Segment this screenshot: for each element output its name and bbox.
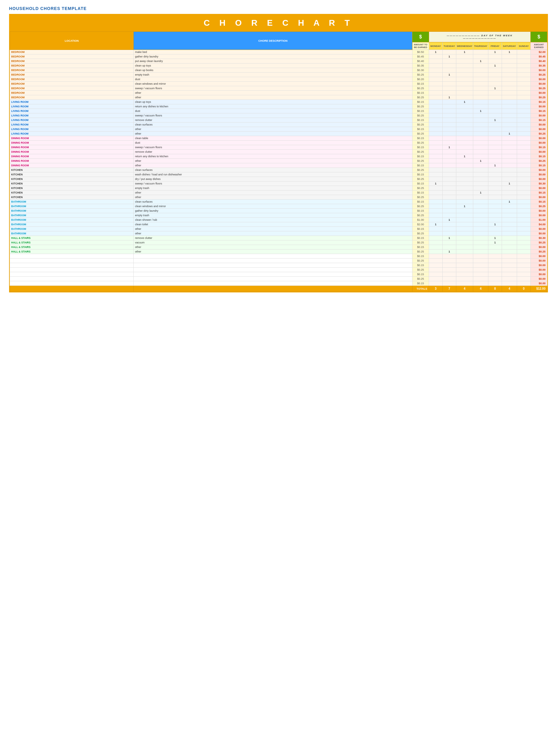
amount-cell: $0.25 — [412, 113, 429, 118]
earned-cell: $0.00 — [531, 259, 547, 263]
earned-cell: $0.25 — [531, 204, 547, 209]
day-cell-tue — [442, 263, 456, 268]
chore-cell: other — [134, 245, 412, 250]
day-cell-tue — [442, 77, 456, 82]
day-cell-mon — [429, 213, 442, 218]
chore-cell: empty trash — [134, 72, 412, 77]
day-cell-tue — [442, 91, 456, 95]
day-cell-fri: 1 — [488, 222, 502, 227]
day-cell-wed — [456, 91, 473, 95]
table-row: LIVING ROOMsweep / vacuum floors$0.25$0.… — [10, 113, 547, 118]
chore-cell: return any dishes to kitchen — [134, 154, 412, 159]
day-cell-fri — [488, 186, 502, 191]
day-cell-tue — [442, 50, 456, 54]
chore-cell: put away clean laundry — [134, 59, 412, 63]
location-cell — [10, 281, 134, 286]
day-cell-wed: 1 — [456, 204, 473, 209]
amount-cell: $0.15 — [412, 227, 429, 231]
day-cell-fri — [488, 191, 502, 195]
chore-cell: other — [134, 163, 412, 168]
earned-cell: $0.00 — [531, 68, 547, 72]
day-cell-thu — [473, 245, 488, 250]
table-row: BATHROOMgather dirty laundry$0.15$0.00 — [10, 209, 547, 213]
day-cell-wed — [456, 195, 473, 200]
day-cell-sun — [517, 204, 531, 209]
day-cell-fri — [488, 82, 502, 86]
day-cell-fri — [488, 195, 502, 200]
location-cell: DINING ROOM — [10, 154, 134, 159]
day-cell-thu — [473, 227, 488, 231]
table-row: BATHROOMclean surfaces$0.151$0.15 — [10, 200, 547, 204]
day-cell-fri: 1 — [488, 50, 502, 54]
location-cell: HALL & STAIRS — [10, 240, 134, 245]
location-cell: BEDROOM — [10, 91, 134, 95]
amount-cell: $0.25 — [412, 268, 429, 272]
chore-cell: clean surfaces — [134, 200, 412, 204]
earned-cell: $0.00 — [531, 127, 547, 132]
day-cell-mon: 1 — [429, 181, 442, 186]
day-cell-wed — [456, 82, 473, 86]
day-cell-sat — [502, 95, 517, 100]
amount-cell: $0.25 — [412, 177, 429, 181]
location-cell: BEDROOM — [10, 50, 134, 54]
day-cell-sat — [502, 245, 517, 250]
day-cell-sat — [502, 127, 517, 132]
col-saturday: SATURDAY — [502, 42, 517, 50]
day-cell-wed — [456, 136, 473, 141]
col-amount-icon: $ — [412, 32, 429, 42]
chore-cell: dust — [134, 77, 412, 82]
day-cell-wed — [456, 222, 473, 227]
day-cell-tue: 1 — [442, 95, 456, 100]
day-cell-sat — [502, 136, 517, 141]
day-cell-mon — [429, 141, 442, 145]
day-cell-mon — [429, 68, 442, 72]
day-cell-sun — [517, 163, 531, 168]
day-cell-sat — [502, 63, 517, 68]
day-cell-thu — [473, 231, 488, 236]
day-cell-fri: 1 — [488, 240, 502, 245]
day-cell-thu — [473, 63, 488, 68]
day-cell-tue: 1 — [442, 145, 456, 150]
day-cell-sun — [517, 213, 531, 218]
location-cell: KITCHEN — [10, 191, 134, 195]
day-cell-thu — [473, 181, 488, 186]
amount-cell: $0.15 — [412, 245, 429, 250]
day-cell-sat — [502, 231, 517, 236]
day-cell-sat — [502, 86, 517, 91]
day-cell-mon — [429, 132, 442, 136]
day-cell-sat — [502, 272, 517, 277]
day-cell-thu — [473, 91, 488, 95]
location-cell: BATHROOM — [10, 222, 134, 227]
day-cell-fri — [488, 268, 502, 272]
day-cell-wed — [456, 163, 473, 168]
day-cell-tue — [442, 68, 456, 72]
day-cell-tue — [442, 268, 456, 272]
day-cell-mon — [429, 113, 442, 118]
day-cell-thu — [473, 281, 488, 286]
day-cell-wed — [456, 218, 473, 222]
amount-cell: $0.25 — [412, 213, 429, 218]
location-cell: DINING ROOM — [10, 141, 134, 145]
day-cell-sat — [502, 250, 517, 254]
day-cell-sun — [517, 259, 531, 263]
earned-cell: $0.00 — [531, 104, 547, 109]
col-thursday: THURSDAY — [473, 42, 488, 50]
day-cell-thu — [473, 54, 488, 59]
day-cell-mon — [429, 82, 442, 86]
earned-cell: $0.00 — [531, 177, 547, 181]
day-cell-wed — [456, 259, 473, 263]
earned-cell: $0.00 — [531, 209, 547, 213]
day-cell-tue: 1 — [442, 54, 456, 59]
day-cell-fri: 1 — [488, 236, 502, 240]
day-cell-mon — [429, 245, 442, 250]
day-cell-tue — [442, 163, 456, 168]
day-cell-wed — [456, 113, 473, 118]
day-cell-wed — [456, 250, 473, 254]
table-row: BATHROOMclean shower / tub$1.001$1.00 — [10, 218, 547, 222]
chore-cell: other — [134, 191, 412, 195]
day-cell-fri — [488, 68, 502, 72]
day-cell-sun — [517, 268, 531, 272]
location-cell: BATHROOM — [10, 231, 134, 236]
day-cell-sat — [502, 54, 517, 59]
table-row: $0.25$0.00 — [10, 268, 547, 272]
